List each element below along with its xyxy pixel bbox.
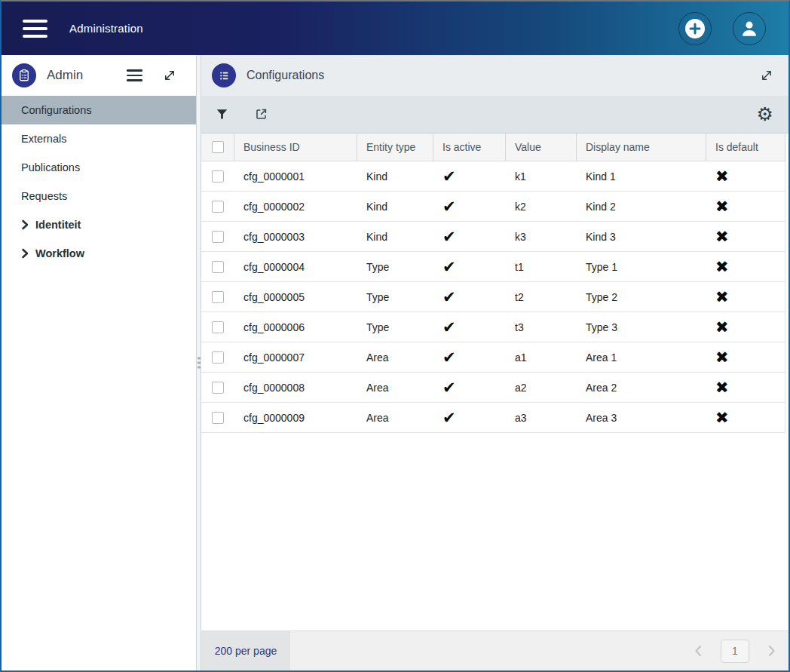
column-header-entity-type[interactable]: Entity type — [357, 133, 433, 161]
row-checkbox[interactable] — [212, 261, 224, 273]
cross-icon: ✖ — [715, 198, 729, 214]
sidebar-menu-icon[interactable] — [127, 69, 142, 81]
clipboard-icon — [17, 69, 31, 82]
table-row[interactable]: cfg_0000002 Kind ✔ k2 Kind 2 ✖ — [201, 192, 785, 222]
row-checkbox[interactable] — [212, 412, 224, 424]
table-row[interactable]: cfg_0000008 Area ✔ a2 Area 2 ✖ — [201, 373, 785, 403]
sidebar-item-label: Identiteit — [35, 219, 81, 231]
cross-icon: ✖ — [715, 349, 729, 365]
column-header-is-default[interactable]: Is default — [706, 133, 785, 161]
topbar-actions — [678, 12, 766, 45]
sidebar-item-identiteit[interactable]: Identiteit — [2, 210, 196, 239]
cell-display-name: Kind 1 — [577, 170, 706, 183]
chevron-right-icon — [767, 645, 776, 657]
sidebar-item-configurations[interactable]: Configurations — [2, 96, 196, 124]
cell-entity-type: Area — [357, 382, 433, 394]
row-checkbox[interactable] — [212, 201, 224, 213]
table-row[interactable]: cfg_0000001 Kind ✔ k1 Kind 1 ✖ — [201, 161, 785, 192]
cell-display-name: Area 3 — [577, 412, 706, 424]
column-header-business-id[interactable]: Business ID — [234, 133, 357, 161]
cell-business-id: cfg_0000002 — [234, 201, 357, 213]
check-icon: ✔ — [442, 168, 456, 184]
cell-entity-type: Type — [357, 261, 433, 273]
cell-display-name: Area 2 — [577, 382, 706, 394]
filter-icon — [215, 107, 229, 121]
settings-button[interactable]: ⚙ — [757, 105, 773, 124]
select-all-checkbox[interactable] — [212, 141, 224, 153]
check-icon: ✔ — [442, 259, 456, 275]
table-row[interactable]: cfg_0000007 Area ✔ a1 Area 1 ✖ — [201, 342, 785, 373]
cell-business-id: cfg_0000001 — [234, 170, 357, 183]
app-window: Administration — [0, 0, 790, 672]
next-page-button[interactable] — [767, 645, 776, 657]
plus-icon — [684, 18, 706, 39]
user-icon — [739, 19, 759, 38]
table-row[interactable]: cfg_0000006 Type ✔ t3 Type 3 ✖ — [201, 312, 785, 342]
sidebar-item-label: Workflow — [35, 247, 84, 259]
column-header-display-name[interactable]: Display name — [577, 133, 706, 161]
column-header-value[interactable]: Value — [506, 133, 577, 161]
main-header: Configurations — [201, 55, 788, 96]
sidebar-item-externals[interactable]: Externals — [2, 124, 196, 153]
column-header-is-active[interactable]: Is active — [433, 133, 506, 161]
cross-icon: ✖ — [715, 168, 729, 184]
table-row[interactable]: cfg_0000003 Kind ✔ k3 Kind 3 ✖ — [201, 222, 785, 252]
cell-business-id: cfg_0000008 — [234, 382, 357, 394]
table-row[interactable]: cfg_0000004 Type ✔ t1 Type 1 ✖ — [201, 252, 785, 282]
sidebar-title: Admin — [47, 68, 83, 83]
cross-icon: ✖ — [715, 259, 729, 275]
cross-icon: ✖ — [715, 319, 729, 335]
cell-entity-type: Area — [357, 351, 433, 364]
cell-value: k2 — [506, 201, 577, 213]
admin-badge — [12, 63, 36, 87]
cell-value: k1 — [506, 170, 577, 183]
export-button[interactable] — [254, 107, 268, 121]
row-checkbox[interactable] — [212, 231, 224, 243]
cell-display-name: Area 1 — [577, 351, 706, 364]
configurations-table: Business ID Entity type Is active Value … — [201, 133, 785, 433]
row-checkbox[interactable] — [212, 382, 224, 394]
splitter-handle-icon — [198, 357, 201, 369]
sidebar-item-label: Publications — [21, 161, 80, 173]
cell-entity-type: Type — [357, 291, 433, 303]
table-row[interactable]: cfg_0000005 Type ✔ t2 Type 2 ✖ — [201, 282, 785, 312]
row-checkbox[interactable] — [212, 170, 224, 183]
panel-splitter[interactable] — [197, 55, 201, 670]
filter-button[interactable] — [215, 107, 229, 121]
cross-icon: ✖ — [715, 229, 729, 244]
cell-entity-type: Kind — [357, 201, 433, 213]
table-toolbar: ⚙ — [201, 96, 788, 133]
user-account-button[interactable] — [733, 12, 766, 45]
sidebar-item-requests[interactable]: Requests — [2, 182, 196, 210]
check-icon: ✔ — [442, 198, 456, 214]
table-row[interactable]: cfg_0000009 Area ✔ a3 Area 3 ✖ — [201, 403, 785, 433]
open-in-new-icon — [254, 107, 268, 121]
sidebar-item-label: Externals — [21, 133, 66, 145]
row-checkbox[interactable] — [212, 291, 224, 303]
expand-icon — [163, 69, 176, 82]
main-expand-button[interactable] — [760, 69, 773, 82]
sidebar-expand-button[interactable] — [163, 69, 176, 82]
chevron-right-icon — [21, 219, 29, 230]
cell-value: a2 — [506, 382, 577, 394]
add-button[interactable] — [678, 12, 712, 45]
gear-icon: ⚙ — [757, 105, 773, 124]
row-checkbox[interactable] — [212, 351, 224, 364]
chevron-right-icon — [21, 248, 29, 259]
configurations-badge — [212, 63, 236, 87]
cell-display-name: Type 2 — [577, 291, 706, 303]
sidebar-header: Admin — [2, 55, 196, 96]
check-icon: ✔ — [442, 289, 456, 305]
pagination-bar: 200 per page 1 — [201, 631, 788, 670]
cell-display-name: Kind 3 — [577, 231, 706, 243]
page-size-selector[interactable]: 200 per page — [201, 631, 290, 670]
cell-business-id: cfg_0000007 — [234, 351, 357, 364]
hamburger-menu-icon[interactable] — [23, 20, 47, 38]
previous-page-button[interactable] — [694, 645, 703, 657]
row-checkbox[interactable] — [212, 321, 224, 333]
sidebar-item-workflow[interactable]: Workflow — [2, 239, 196, 268]
current-page-indicator[interactable]: 1 — [721, 640, 749, 663]
cross-icon: ✖ — [715, 379, 729, 395]
expand-icon — [760, 69, 773, 82]
sidebar-item-publications[interactable]: Publications — [2, 153, 196, 182]
